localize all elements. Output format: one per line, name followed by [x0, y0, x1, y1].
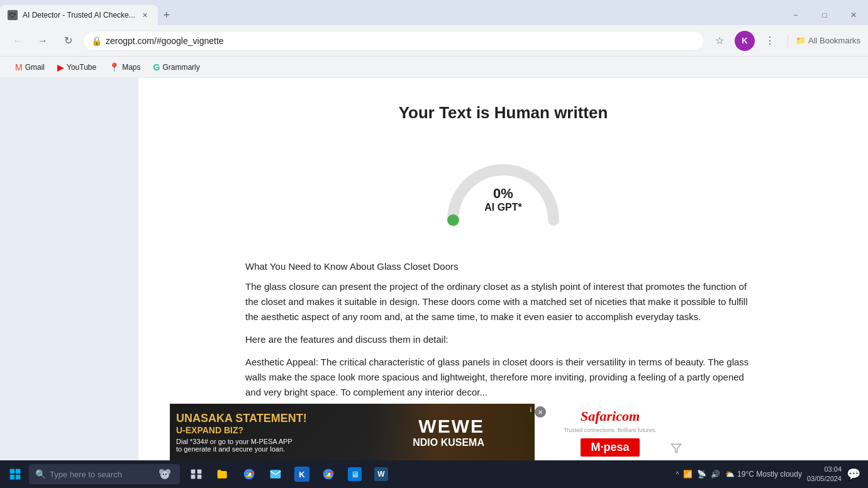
profile-button[interactable]: K	[735, 31, 755, 51]
safaricom-logo: Safaricom	[581, 408, 640, 424]
maps-favicon: 📍	[109, 62, 120, 72]
safaricom-sub: Trusted connections. Brilliant futures.	[564, 427, 657, 433]
taskbar: 🔍 Type here to search	[0, 460, 868, 488]
svg-rect-18	[270, 470, 281, 478]
new-tab-button[interactable]: +	[158, 6, 175, 24]
notification-button[interactable]: 💬	[847, 467, 860, 481]
svg-point-9	[163, 474, 164, 475]
tab-bar: 🛡 AI Detector - Trusted AI Checke... ✕ +…	[0, 0, 868, 25]
svg-marker-0	[672, 444, 681, 453]
browser-menu-button[interactable]: ⋮	[760, 31, 780, 51]
taskbar-clock[interactable]: 03:04 03/05/2024	[807, 465, 842, 484]
koala-svg	[157, 467, 172, 482]
ad-text-block: UNASAKA STATEMENT! U-EXPAND BIZ? Dial *3…	[176, 412, 307, 453]
file-explorer-icon	[216, 468, 229, 480]
start-button[interactable]	[3, 462, 28, 487]
ad-subheadline: U-EXPAND BIZ?	[176, 425, 307, 435]
gauge-container: 0% AI GPT*	[245, 141, 761, 242]
ad-body: Dial *334# or go to your M-PESA APPto ge…	[176, 438, 307, 453]
close-button[interactable]: ✕	[839, 5, 868, 25]
bookmarks-bar: M Gmail ▶ YouTube 📍 Maps G Grammarly	[0, 57, 868, 78]
youtube-label: YouTube	[67, 63, 96, 72]
volume-icon[interactable]: 🔊	[710, 469, 720, 479]
ad-info: ℹ	[530, 406, 532, 413]
blue-app-icon: 🖥	[348, 467, 362, 481]
word-icon: K	[294, 467, 309, 482]
window-controls: − □ ✕	[781, 5, 868, 25]
bookmarks-divider	[787, 35, 788, 47]
svg-rect-3	[10, 475, 15, 480]
chrome-icon	[243, 468, 255, 480]
wifi-icon: 📡	[696, 469, 706, 479]
article-paragraph2: Here are the features and discuss them i…	[245, 332, 761, 347]
ad-ndio-text: NDIO KUSEMA	[413, 437, 484, 448]
taskbar-search-bar[interactable]: 🔍 Type here to search	[29, 464, 180, 484]
security-icon: 🔒	[91, 36, 102, 46]
svg-rect-12	[191, 470, 196, 474]
all-bookmarks-button[interactable]: 📁 All Bookmarks	[796, 36, 860, 45]
maximize-button[interactable]: □	[810, 5, 839, 25]
address-bar: ← → ↻ 🔒 zerogpt.com/#google_vignette ☆ K…	[0, 25, 868, 57]
bookmark-star-button[interactable]: ☆	[709, 31, 730, 51]
url-bar[interactable]: 🔒 zerogpt.com/#google_vignette	[83, 31, 704, 51]
maps-label: Maps	[122, 63, 140, 72]
tab-favicon: 🛡	[8, 10, 18, 20]
chrome2-button[interactable]	[316, 462, 341, 487]
task-view-icon	[190, 468, 203, 480]
system-tray: ^ 📶 📡 🔊	[676, 469, 720, 479]
blue-app-button[interactable]: 🖥	[342, 462, 367, 487]
svg-point-10	[165, 474, 167, 475]
gmail-label: Gmail	[25, 63, 45, 72]
article-paragraph3: Aesthetic Appeal: The critical character…	[245, 355, 761, 400]
gauge-percent: 0%	[484, 186, 522, 202]
network-icon: 📶	[682, 469, 693, 479]
weather-widget[interactable]: ⛅ 19°C Mostly cloudy	[725, 470, 802, 479]
bookmark-gmail[interactable]: M Gmail	[10, 60, 50, 75]
ad-right-section: Safaricom Trusted connections. Brilliant…	[535, 404, 686, 460]
grammarly-favicon: G	[153, 62, 160, 72]
word-button[interactable]: K	[289, 462, 314, 487]
grammarly-label: Grammarly	[162, 63, 199, 72]
ad-filter-icon[interactable]	[670, 443, 682, 457]
mail-button[interactable]	[263, 462, 288, 487]
svg-rect-13	[198, 470, 202, 474]
all-bookmarks-label: All Bookmarks	[808, 36, 860, 45]
ad-close-button[interactable]: ✕	[535, 406, 546, 418]
reload-button[interactable]: ↻	[58, 31, 78, 51]
minimize-button[interactable]: −	[781, 5, 810, 25]
taskbar-koala-icon	[156, 465, 174, 483]
article-paragraph1: The glass closure can present the projec…	[245, 279, 761, 324]
bookmark-maps[interactable]: 📍 Maps	[104, 60, 145, 75]
chrome2-icon	[322, 468, 335, 480]
forward-button[interactable]: →	[33, 31, 53, 51]
gmail-favicon: M	[15, 62, 23, 72]
youtube-favicon: ▶	[57, 62, 64, 72]
windows-icon	[9, 468, 21, 480]
mpesa-logo: M·pesa	[581, 438, 639, 457]
svg-rect-2	[16, 469, 21, 474]
svg-rect-1	[10, 469, 15, 474]
taskbar-search-icon: 🔍	[35, 469, 46, 479]
tab-close-button[interactable]: ✕	[140, 10, 150, 20]
word-blue-button[interactable]: W	[369, 462, 394, 487]
active-tab[interactable]: 🛡 AI Detector - Trusted AI Checke... ✕	[0, 5, 158, 25]
bookmark-grammarly[interactable]: G Grammarly	[148, 60, 205, 75]
ad-right-text: WEWE NDIO KUSEMA	[413, 416, 484, 448]
url-text: zerogpt.com/#google_vignette	[106, 36, 696, 46]
chrome-button[interactable]	[236, 462, 262, 487]
taskbar-right: ^ 📶 📡 🔊 ⛅ 19°C Mostly cloudy 03:04 03/05…	[676, 465, 865, 484]
svg-rect-14	[191, 475, 196, 479]
ad-left-section: WEWE NDIO KUSEMA UNASAKA STATEMENT! U-EX…	[170, 404, 535, 460]
bookmarks-folder-icon: 📁	[796, 36, 806, 45]
tab-title: AI Detector - Trusted AI Checke...	[23, 11, 135, 19]
mail-icon	[269, 468, 282, 480]
bookmark-youtube[interactable]: ▶ YouTube	[52, 60, 101, 75]
tray-arrow[interactable]: ^	[676, 471, 679, 478]
left-sidebar	[0, 78, 138, 460]
task-view-button[interactable]	[184, 462, 209, 487]
svg-rect-4	[16, 475, 21, 480]
file-explorer-button[interactable]	[210, 462, 235, 487]
back-button[interactable]: ←	[8, 31, 28, 51]
word-blue-icon: W	[374, 467, 388, 481]
svg-rect-15	[198, 475, 202, 479]
